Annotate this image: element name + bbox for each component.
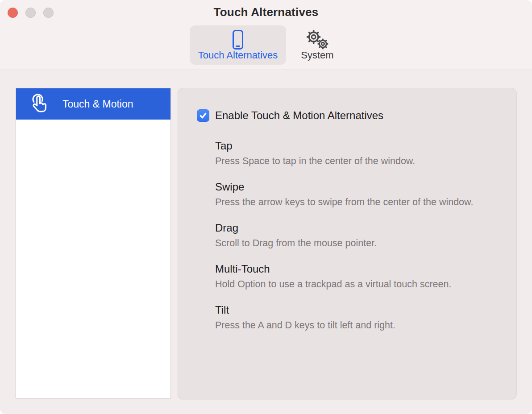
section-description: Scroll to Drag from the mouse pointer.	[215, 237, 503, 249]
gears-icon	[305, 29, 329, 50]
section-description: Hold Option to use a trackpad as a virtu…	[215, 278, 503, 290]
gesture-section: Swipe Press the arrow keys to swipe from…	[215, 180, 503, 208]
sidebar: Touch & Motion	[16, 88, 171, 398]
touch-tap-icon	[29, 92, 50, 116]
content-panel: Enable Touch & Motion Alternatives Tap P…	[178, 88, 517, 399]
tab-touch-alternatives[interactable]: Touch Alternatives	[190, 25, 286, 65]
section-description: Press the A and D keys to tilt left and …	[215, 319, 503, 331]
sidebar-item-label: Touch & Motion	[62, 98, 133, 110]
touch-alternatives-window: Touch Alternatives Touch Alternatives	[0, 0, 532, 414]
sections: Tap Press Space to tap in the center of …	[215, 139, 503, 331]
section-description: Press Space to tap in the center of the …	[215, 155, 503, 167]
tab-label: System	[301, 50, 333, 61]
iphone-icon	[232, 29, 244, 50]
section-title: Tap	[215, 139, 503, 153]
tab-system[interactable]: System	[292, 25, 342, 65]
section-description: Press the arrow keys to swipe from the c…	[215, 196, 503, 208]
checkmark-icon	[198, 111, 208, 120]
section-title: Tilt	[215, 303, 503, 317]
gesture-section: Drag Scroll to Drag from the mouse point…	[215, 221, 503, 249]
tab-label: Touch Alternatives	[198, 50, 278, 61]
gesture-section: Tilt Press the A and D keys to tilt left…	[215, 303, 503, 331]
section-title: Multi-Touch	[215, 262, 503, 276]
enable-checkbox-label: Enable Touch & Motion Alternatives	[215, 109, 383, 122]
toolbar: Touch Alternatives	[0, 25, 532, 65]
enable-touch-motion-row[interactable]: Enable Touch & Motion Alternatives	[197, 108, 503, 123]
section-title: Swipe	[215, 180, 503, 194]
gesture-section: Multi-Touch Hold Option to use a trackpa…	[215, 262, 503, 290]
gesture-section: Tap Press Space to tap in the center of …	[215, 139, 503, 167]
enable-touch-motion-checkbox[interactable]	[197, 109, 209, 122]
section-title: Drag	[215, 221, 503, 235]
window-title: Touch Alternatives	[0, 5, 532, 19]
titlebar: Touch Alternatives Touch Alternatives	[0, 0, 532, 70]
sidebar-item-touch-and-motion[interactable]: Touch & Motion	[16, 88, 170, 120]
